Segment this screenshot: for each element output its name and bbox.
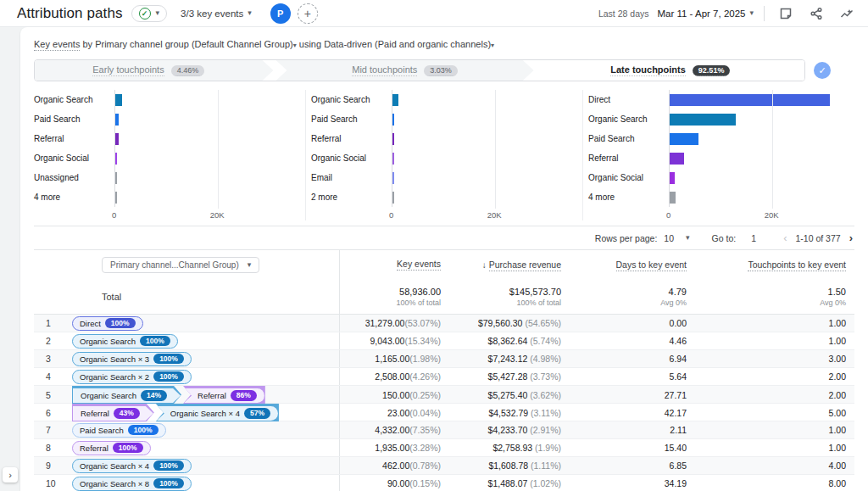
key-events-selector[interactable]: 3/3 key events ▾	[181, 8, 252, 19]
channel-chip[interactable]: Referral43%	[72, 404, 154, 421]
touchpoints-cell: 4.00	[695, 460, 854, 471]
bar[interactable]	[392, 153, 394, 165]
chip-label: Organic Search × 8	[80, 479, 149, 488]
next-page-button[interactable]: ›	[849, 232, 853, 244]
row-index: 2	[34, 336, 72, 346]
bar[interactable]	[392, 94, 398, 106]
insights-button[interactable]	[836, 3, 858, 25]
notes-button[interactable]	[775, 3, 797, 25]
add-comparison-button[interactable]: +	[298, 3, 318, 24]
bar[interactable]	[670, 94, 830, 106]
funnel-step[interactable]: Early touchpoints4.46%	[35, 60, 273, 81]
metric-term[interactable]: Key events	[34, 39, 80, 51]
path-cell: Organic Search × 8100%	[72, 475, 339, 491]
date-range-picker[interactable]: Mar 11 - Apr 7, 2025 ▾	[657, 8, 754, 19]
bar[interactable]	[392, 114, 394, 126]
touchpoints-cell: 5.00	[695, 408, 854, 418]
bar[interactable]	[392, 192, 394, 204]
path-cell: Organic Search100%	[72, 332, 339, 349]
key-events-cell: 4,332.00 (7.35%)	[339, 421, 449, 438]
channel-chip[interactable]: Organic Search × 8100%	[72, 477, 192, 491]
table-row[interactable]: 8Referral100%1,935.00 (3.28%)$2,758.93 (…	[34, 439, 854, 457]
bar[interactable]	[670, 114, 736, 126]
bar-label: Referral	[588, 153, 669, 163]
touchpoints-cell: 3.00	[695, 354, 854, 364]
touchpoints-cell: 2.00	[695, 371, 854, 382]
bar-label: Paid Search	[588, 134, 669, 143]
table-row[interactable]: 9Organic Search × 4100%462.00 (0.78%)$1,…	[34, 457, 854, 475]
bar-label: Organic Search	[311, 95, 392, 104]
chevron-down-icon: ▾	[491, 42, 494, 49]
bar[interactable]	[115, 94, 122, 106]
bar-label: Email	[311, 173, 392, 182]
check-icon: ✓	[818, 65, 826, 76]
bar[interactable]	[115, 153, 117, 165]
selected-step-check-icon[interactable]: ✓	[814, 62, 831, 79]
days-cell: 4.46	[570, 336, 695, 346]
col-header-touchpoints[interactable]: Touchpoints to key event	[748, 259, 846, 271]
bar[interactable]	[115, 114, 119, 126]
chip-label: Organic Search × 3	[80, 354, 149, 364]
goto-page-input[interactable]	[743, 233, 765, 243]
table-row[interactable]: 3Organic Search × 3100%1,165.00 (1.98%)$…	[34, 350, 854, 368]
sort-desc-icon: ↓	[482, 260, 487, 270]
table-row[interactable]: 7Paid Search100%4,332.00 (7.35%)$4,233.7…	[34, 421, 854, 439]
bar[interactable]	[115, 133, 119, 145]
channel-chip[interactable]: Organic Search × 457%	[156, 404, 279, 421]
insights-icon	[840, 7, 854, 20]
bar[interactable]	[670, 153, 684, 165]
table-header-row: Primary channel...Channel Group) ▾ Key e…	[34, 250, 854, 279]
days-cell: 0.00	[570, 318, 695, 328]
table-row[interactable]: 5Organic Search14%Referral86%150.00 (0.2…	[34, 386, 854, 404]
touchpoints-cell: 1.00	[695, 443, 854, 453]
dimension-dropdown[interactable]: Primary channel group (Default Channel G…	[95, 39, 297, 49]
table-row[interactable]: 2Organic Search100%9,043.00 (15.34%)$8,3…	[34, 332, 854, 350]
table-dimension-dropdown[interactable]: Primary channel...Channel Group) ▾	[102, 257, 259, 273]
channel-chip[interactable]: Referral100%	[72, 441, 151, 455]
date-range-preset-label: Last 28 days	[598, 8, 649, 19]
channel-chip[interactable]: Organic Search100%	[72, 334, 178, 349]
days-cell: 27.71	[570, 390, 695, 400]
total-touchpoints: 1.50	[695, 287, 846, 297]
bar[interactable]	[392, 172, 394, 184]
funnel-step[interactable]: Mid touchpoints3.03%	[275, 60, 533, 81]
chevron-down-icon: ▾	[686, 234, 690, 242]
row-index: 6	[34, 408, 72, 418]
table-row[interactable]: 6Referral43%Organic Search × 457%23.00 (…	[34, 404, 854, 421]
bar[interactable]	[670, 172, 675, 184]
channel-chip[interactable]: Organic Search14%	[72, 386, 181, 404]
channel-chip[interactable]: Organic Search × 4100%	[72, 459, 192, 473]
row-index: 4	[34, 371, 72, 382]
chip-credit-badge: 100%	[153, 354, 184, 364]
total-key-events: 58,936.00	[396, 287, 441, 297]
rows-per-page-select[interactable]: 10 ▾	[664, 233, 689, 243]
report-status-dropdown[interactable]: ✓ ▾	[131, 5, 168, 22]
channel-chip[interactable]: Organic Search × 2100%	[72, 370, 192, 384]
channel-chip[interactable]: Direct100%	[72, 316, 143, 331]
chevron-down-icon: ▾	[749, 9, 754, 17]
channel-chip[interactable]: Referral86%	[183, 386, 265, 404]
channel-chip[interactable]: Organic Search × 3100%	[72, 352, 192, 366]
col-header-days[interactable]: Days to key event	[616, 259, 687, 271]
table-row[interactable]: 4Organic Search × 2100%2,508.00 (4.26%)$…	[34, 368, 854, 386]
chip-label: Referral	[80, 444, 108, 453]
bar[interactable]	[392, 133, 394, 145]
table-row[interactable]: 10Organic Search × 8100%90.00 (0.15%)$1,…	[34, 475, 854, 491]
previous-page-button[interactable]: ‹	[783, 232, 787, 244]
avatar[interactable]: P	[270, 3, 291, 24]
funnel-step[interactable]: Late touchpoints92.51%	[537, 60, 804, 81]
table-row[interactable]: 1Direct100%31,279.00 (53.07%)$79,560.30 …	[34, 315, 854, 332]
row-index: 1	[34, 318, 72, 328]
bar[interactable]	[115, 172, 117, 184]
bar[interactable]	[670, 192, 676, 204]
channel-chip[interactable]: Paid Search100%	[72, 423, 166, 438]
share-button[interactable]	[805, 3, 827, 25]
expand-nav-button[interactable]: ›	[3, 467, 18, 483]
attribution-model-dropdown[interactable]: Data-driven (Paid and organic channels)▾	[324, 39, 494, 49]
bar[interactable]	[115, 192, 117, 204]
col-header-purchase-revenue[interactable]: Purchase revenue	[489, 259, 561, 271]
col-header-key-events[interactable]: Key events	[397, 259, 441, 271]
bar[interactable]	[670, 133, 698, 145]
funnel-band: Early touchpoints4.46%Mid touchpoints3.0…	[34, 59, 805, 81]
touchpoints-cell: 8.00	[695, 478, 854, 488]
